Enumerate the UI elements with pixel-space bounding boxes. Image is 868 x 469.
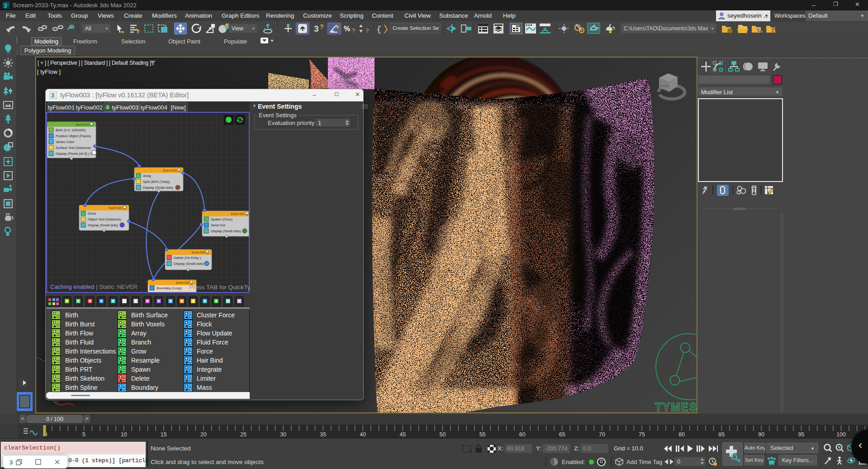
svg-text:45: 45 [399, 431, 406, 438]
svg-text:Send Out: Send Out [211, 223, 226, 227]
svg-text:Delete (On Entry ): Delete (On Entry ) [174, 256, 201, 260]
svg-text:60: 60 [519, 431, 526, 438]
svg-text:55: 55 [479, 431, 486, 438]
svg-text:Object Test (Distance): Object Test (Distance) [88, 217, 121, 221]
svg-text:Event 002: Event 002 [109, 206, 123, 210]
svg-text:75: 75 [639, 431, 645, 438]
svg-text:Event 006: Event 006 [176, 281, 190, 284]
svg-text:3: 3 [51, 92, 54, 99]
svg-text:25: 25 [240, 431, 247, 438]
svg-text:Vertex Color: Vertex Color [56, 140, 75, 144]
svg-text:Array: Array [143, 174, 151, 178]
svg-text:Event 001: Event 001 [76, 123, 90, 126]
svg-text:40: 40 [360, 431, 366, 438]
svg-text:Display (Small dots): Display (Small dots) [88, 223, 118, 227]
svg-text:15: 15 [161, 431, 167, 438]
svg-text:Event 005: Event 005 [192, 251, 205, 254]
svg-text:Display (Pixels [x0.5] | Col..: Display (Pixels [x0.5] | Col.. [56, 152, 97, 156]
svg-text:Display (Small dots): Display (Small dots) [174, 262, 204, 266]
svg-text:3: 3 [4, 2, 7, 9]
svg-text:3: 3 [9, 459, 13, 466]
svg-text:?: ? [352, 27, 355, 34]
svg-text:80: 80 [678, 431, 685, 438]
svg-text:95: 95 [798, 431, 804, 438]
svg-text:5: 5 [82, 431, 85, 438]
svg-text:70: 70 [599, 431, 605, 438]
svg-text:20: 20 [200, 431, 207, 438]
svg-text:%: % [344, 25, 350, 33]
svg-text:Birth (0-0: 1000000): Birth (0-0: 1000000) [56, 128, 86, 132]
svg-text:Split (50% (Total)): Split (50% (Total)) [143, 180, 170, 184]
svg-text:TYMES: TYMES [655, 401, 697, 412]
svg-text:Display (Small dots): Display (Small dots) [143, 186, 173, 190]
svg-text:3: 3 [314, 24, 319, 34]
svg-text:?: ? [320, 23, 324, 30]
svg-text:10: 10 [121, 431, 127, 438]
svg-text:{: { [376, 24, 381, 34]
svg-text:Spawn (Once): Spawn (Once) [211, 217, 232, 221]
svg-text:Grow: Grow [88, 211, 96, 215]
svg-text:Event 004: Event 004 [231, 212, 245, 215]
svg-text:Boundary (Loop): Boundary (Loop) [157, 286, 182, 290]
svg-text:35: 35 [320, 431, 326, 438]
svg-text:100: 100 [836, 431, 846, 438]
svg-text:50: 50 [440, 431, 446, 438]
svg-text:65: 65 [559, 431, 565, 438]
svg-text:Event 003: Event 003 [163, 169, 177, 172]
svg-text:Position Object (Faces): Position Object (Faces) [56, 134, 91, 138]
svg-text:?: ? [365, 27, 369, 34]
svg-text:90: 90 [758, 431, 764, 438]
svg-text:30: 30 [280, 431, 286, 438]
svg-text:85: 85 [718, 431, 725, 438]
svg-text:Display (Small dots): Display (Small dots) [211, 229, 241, 233]
svg-text:Surface Test (Distance): Surface Test (Distance) [56, 146, 91, 150]
